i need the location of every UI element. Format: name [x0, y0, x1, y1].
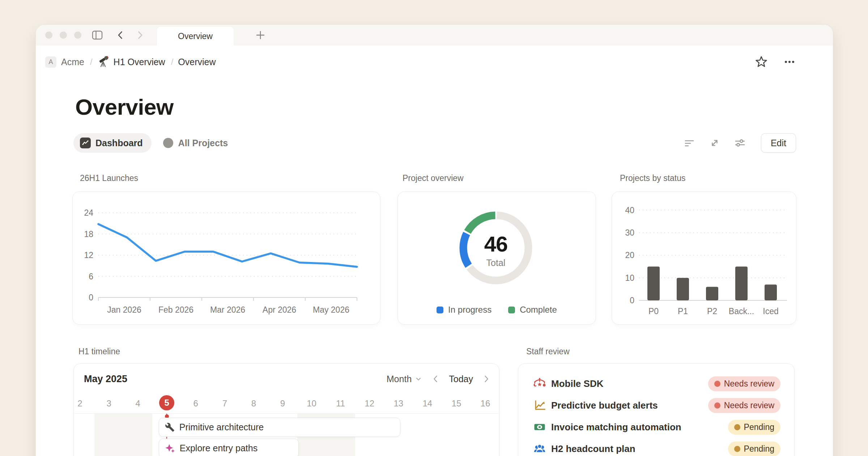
view-tab-dashboard[interactable]: Dashboard: [73, 133, 152, 153]
line-chart-card: 06121824Jan 2026Feb 2026Mar 2026Apr 2026…: [72, 191, 380, 325]
staff-item-title: H2 headcount plan: [551, 443, 635, 455]
timeline-view-mode-select[interactable]: Month: [387, 374, 422, 384]
timeline-item[interactable]: Explore entry paths: [159, 439, 299, 456]
favorite-star-icon[interactable]: [754, 55, 769, 69]
timeline-day: 8: [246, 396, 261, 411]
sparkle-icon: [165, 443, 175, 453]
view-tab-all-projects-label: All Projects: [178, 138, 228, 148]
timeline-day: 16: [477, 396, 493, 411]
bar-chart-card: 010203040P0P1P2Back...Iced: [612, 191, 796, 325]
breadcrumb-parent[interactable]: H1 Overview: [114, 57, 165, 67]
svg-text:30: 30: [625, 228, 634, 237]
status-label: Needs review: [724, 379, 774, 389]
staff-item-title: Predictive budget alerts: [551, 400, 658, 411]
window-minimize-dot[interactable]: [60, 31, 67, 39]
svg-text:Jan 2026: Jan 2026: [107, 305, 141, 314]
timeline-today-button[interactable]: Today: [449, 374, 473, 384]
status-badge[interactable]: Pending: [728, 442, 780, 456]
svg-text:20: 20: [625, 250, 634, 260]
breadcrumb-current[interactable]: Overview: [178, 57, 216, 67]
sidebar-toggle-icon[interactable]: [92, 30, 103, 40]
chevron-down-icon: [415, 375, 422, 383]
section-title-by-status: Projects by status: [620, 173, 686, 183]
status-label: Needs review: [724, 401, 774, 410]
timeline-days-row: 2345678910111213141516: [74, 394, 499, 413]
timeline-header: May 2025 Month Today: [74, 364, 499, 394]
timeline-day: 14: [420, 396, 435, 411]
timeline-item[interactable]: Primitive architecture: [159, 418, 401, 437]
status-dot-icon: [734, 424, 740, 430]
svg-text:Mar 2026: Mar 2026: [210, 305, 245, 314]
more-options-icon[interactable]: [782, 55, 797, 69]
edit-button[interactable]: Edit: [761, 133, 796, 153]
breadcrumb-separator: /: [90, 57, 93, 67]
svg-text:Feb 2026: Feb 2026: [158, 305, 193, 314]
all-projects-icon: [163, 138, 173, 148]
timeline-prev-icon[interactable]: [431, 374, 439, 384]
breadcrumb-separator-2: /: [171, 57, 174, 67]
donut-total-label: Total: [460, 258, 532, 268]
svg-text:0: 0: [630, 296, 634, 305]
svg-text:0: 0: [89, 293, 93, 302]
breadcrumb-workspace[interactable]: Acme: [61, 57, 84, 67]
wrench-icon: [165, 422, 175, 432]
status-label: Pending: [744, 444, 774, 454]
tab-overview[interactable]: Overview: [157, 27, 234, 46]
window-zoom-dot[interactable]: [74, 31, 81, 39]
staff-item-title: Mobile SDK: [551, 378, 603, 389]
timeline-day: 12: [362, 396, 378, 411]
mobile-hanging-icon: [533, 377, 546, 390]
timeline-day: 9: [275, 396, 290, 411]
launches-line-chart: 06121824Jan 2026Feb 2026Mar 2026Apr 2026…: [73, 192, 380, 324]
svg-text:24: 24: [84, 208, 93, 218]
timeline-day: 10: [304, 396, 320, 411]
svg-text:10: 10: [625, 273, 634, 283]
filter-icon[interactable]: [683, 136, 696, 149]
svg-text:P1: P1: [678, 307, 688, 316]
timeline-card: May 2025 Month Today 2345678910111213141…: [73, 363, 499, 456]
status-badge[interactable]: Needs review: [708, 398, 780, 413]
timeline-day: 6: [188, 396, 204, 411]
status-badge[interactable]: Pending: [728, 420, 780, 435]
legend-item: In progress: [437, 305, 492, 315]
new-tab-button[interactable]: [255, 30, 266, 41]
forward-button[interactable]: [135, 30, 145, 40]
status-dot-icon: [714, 381, 720, 387]
staff-review-row[interactable]: Mobile SDKNeeds review: [518, 373, 794, 394]
timeline-grid: Primitive architectureExplore entry path…: [74, 413, 499, 456]
tab-overview-label: Overview: [178, 31, 213, 41]
timeline-day: 3: [101, 396, 117, 411]
page-title: Overview: [75, 92, 174, 122]
status-dot-icon: [714, 402, 720, 409]
status-badge[interactable]: Needs review: [708, 376, 780, 391]
window-controls[interactable]: [45, 31, 81, 39]
section-title-launches: 26H1 Launches: [80, 173, 138, 183]
view-tab-all-projects[interactable]: All Projects: [163, 138, 228, 148]
legend-label: In progress: [448, 305, 492, 315]
timeline-day: 13: [391, 396, 407, 411]
section-title-timeline: H1 timeline: [78, 347, 120, 356]
svg-text:May 2026: May 2026: [313, 305, 349, 314]
window-close-dot[interactable]: [45, 31, 52, 39]
staff-review-row[interactable]: H2 headcount planPending: [518, 438, 794, 456]
timeline-item-title: Primitive architecture: [179, 422, 264, 432]
svg-text:P0: P0: [648, 307, 659, 316]
expand-icon[interactable]: [708, 136, 721, 149]
staff-review-row[interactable]: Invoice matching automationPending: [518, 416, 794, 438]
timeline-next-icon[interactable]: [482, 374, 490, 384]
timeline-item-title: Explore entry paths: [180, 443, 258, 453]
back-button[interactable]: [115, 30, 125, 40]
legend-label: Complete: [520, 305, 557, 315]
staff-review-row[interactable]: Predictive budget alertsNeeds review: [518, 394, 794, 416]
svg-text:P2: P2: [707, 307, 717, 316]
timeline-day: 2: [73, 396, 88, 411]
timeline-weekend-stripe: [94, 414, 152, 456]
legend-swatch: [508, 307, 515, 313]
settings-sliders-icon[interactable]: [733, 136, 746, 149]
svg-text:Back...: Back...: [729, 307, 754, 316]
svg-text:Apr 2026: Apr 2026: [263, 305, 296, 314]
timeline-day: 4: [130, 396, 146, 411]
staff-review-card: Mobile SDKNeeds reviewPredictive budget …: [518, 363, 795, 456]
workspace-avatar[interactable]: A: [45, 56, 56, 68]
app-window: Overview A Acme / H1 Overview / Overview: [35, 24, 833, 456]
